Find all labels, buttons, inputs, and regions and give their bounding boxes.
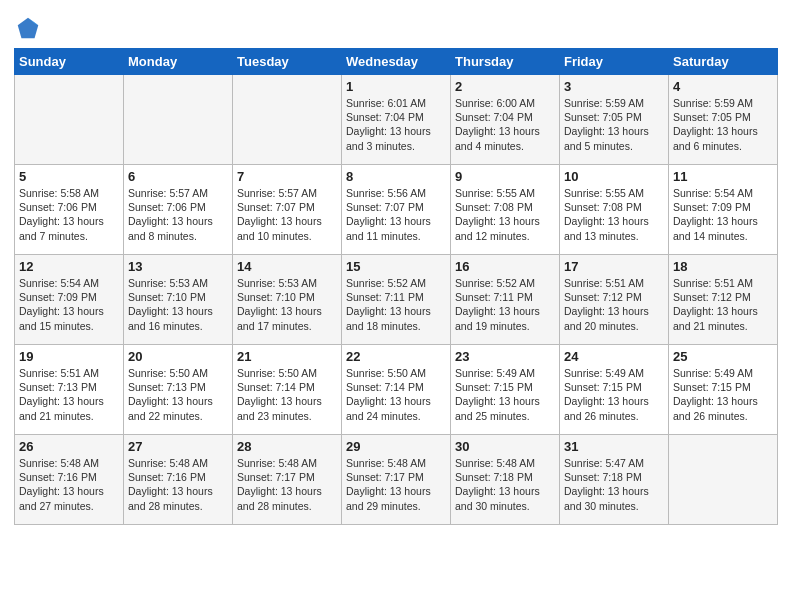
- day-number: 8: [346, 169, 446, 184]
- day-info: Sunrise: 5:51 AM Sunset: 7:12 PM Dayligh…: [564, 276, 664, 333]
- calendar-day-header: Wednesday: [342, 49, 451, 75]
- calendar-day-header: Saturday: [669, 49, 778, 75]
- day-info: Sunrise: 5:50 AM Sunset: 7:14 PM Dayligh…: [237, 366, 337, 423]
- calendar-cell: 17Sunrise: 5:51 AM Sunset: 7:12 PM Dayli…: [560, 255, 669, 345]
- day-number: 18: [673, 259, 773, 274]
- calendar-cell: [233, 75, 342, 165]
- calendar-cell: 13Sunrise: 5:53 AM Sunset: 7:10 PM Dayli…: [124, 255, 233, 345]
- calendar-cell: 15Sunrise: 5:52 AM Sunset: 7:11 PM Dayli…: [342, 255, 451, 345]
- day-number: 30: [455, 439, 555, 454]
- calendar-cell: 12Sunrise: 5:54 AM Sunset: 7:09 PM Dayli…: [15, 255, 124, 345]
- day-number: 11: [673, 169, 773, 184]
- day-number: 4: [673, 79, 773, 94]
- calendar-cell: 4Sunrise: 5:59 AM Sunset: 7:05 PM Daylig…: [669, 75, 778, 165]
- day-number: 31: [564, 439, 664, 454]
- calendar: SundayMondayTuesdayWednesdayThursdayFrid…: [14, 48, 778, 525]
- calendar-cell: 1Sunrise: 6:01 AM Sunset: 7:04 PM Daylig…: [342, 75, 451, 165]
- calendar-cell: 26Sunrise: 5:48 AM Sunset: 7:16 PM Dayli…: [15, 435, 124, 525]
- day-info: Sunrise: 5:51 AM Sunset: 7:12 PM Dayligh…: [673, 276, 773, 333]
- calendar-cell: 9Sunrise: 5:55 AM Sunset: 7:08 PM Daylig…: [451, 165, 560, 255]
- day-number: 3: [564, 79, 664, 94]
- day-info: Sunrise: 5:48 AM Sunset: 7:16 PM Dayligh…: [19, 456, 119, 513]
- day-info: Sunrise: 5:59 AM Sunset: 7:05 PM Dayligh…: [564, 96, 664, 153]
- calendar-cell: 3Sunrise: 5:59 AM Sunset: 7:05 PM Daylig…: [560, 75, 669, 165]
- day-info: Sunrise: 5:54 AM Sunset: 7:09 PM Dayligh…: [673, 186, 773, 243]
- day-number: 13: [128, 259, 228, 274]
- day-info: Sunrise: 5:55 AM Sunset: 7:08 PM Dayligh…: [564, 186, 664, 243]
- calendar-cell: 2Sunrise: 6:00 AM Sunset: 7:04 PM Daylig…: [451, 75, 560, 165]
- day-number: 17: [564, 259, 664, 274]
- calendar-cell: 23Sunrise: 5:49 AM Sunset: 7:15 PM Dayli…: [451, 345, 560, 435]
- day-number: 9: [455, 169, 555, 184]
- day-info: Sunrise: 5:52 AM Sunset: 7:11 PM Dayligh…: [346, 276, 446, 333]
- day-info: Sunrise: 5:57 AM Sunset: 7:06 PM Dayligh…: [128, 186, 228, 243]
- calendar-cell: 14Sunrise: 5:53 AM Sunset: 7:10 PM Dayli…: [233, 255, 342, 345]
- day-info: Sunrise: 5:50 AM Sunset: 7:13 PM Dayligh…: [128, 366, 228, 423]
- calendar-day-header: Sunday: [15, 49, 124, 75]
- day-info: Sunrise: 5:54 AM Sunset: 7:09 PM Dayligh…: [19, 276, 119, 333]
- day-number: 14: [237, 259, 337, 274]
- day-info: Sunrise: 5:52 AM Sunset: 7:11 PM Dayligh…: [455, 276, 555, 333]
- day-number: 6: [128, 169, 228, 184]
- calendar-cell: 7Sunrise: 5:57 AM Sunset: 7:07 PM Daylig…: [233, 165, 342, 255]
- calendar-cell: 16Sunrise: 5:52 AM Sunset: 7:11 PM Dayli…: [451, 255, 560, 345]
- logo: [14, 14, 44, 42]
- calendar-cell: 18Sunrise: 5:51 AM Sunset: 7:12 PM Dayli…: [669, 255, 778, 345]
- calendar-week-row: 12Sunrise: 5:54 AM Sunset: 7:09 PM Dayli…: [15, 255, 778, 345]
- page: SundayMondayTuesdayWednesdayThursdayFrid…: [0, 0, 792, 612]
- day-number: 16: [455, 259, 555, 274]
- day-number: 15: [346, 259, 446, 274]
- header: [14, 10, 778, 42]
- day-info: Sunrise: 5:48 AM Sunset: 7:17 PM Dayligh…: [346, 456, 446, 513]
- day-info: Sunrise: 5:58 AM Sunset: 7:06 PM Dayligh…: [19, 186, 119, 243]
- calendar-week-row: 1Sunrise: 6:01 AM Sunset: 7:04 PM Daylig…: [15, 75, 778, 165]
- day-number: 20: [128, 349, 228, 364]
- day-info: Sunrise: 5:50 AM Sunset: 7:14 PM Dayligh…: [346, 366, 446, 423]
- calendar-cell: 8Sunrise: 5:56 AM Sunset: 7:07 PM Daylig…: [342, 165, 451, 255]
- day-number: 28: [237, 439, 337, 454]
- calendar-cell: 31Sunrise: 5:47 AM Sunset: 7:18 PM Dayli…: [560, 435, 669, 525]
- day-number: 23: [455, 349, 555, 364]
- calendar-cell: 29Sunrise: 5:48 AM Sunset: 7:17 PM Dayli…: [342, 435, 451, 525]
- day-number: 27: [128, 439, 228, 454]
- day-number: 1: [346, 79, 446, 94]
- calendar-cell: 5Sunrise: 5:58 AM Sunset: 7:06 PM Daylig…: [15, 165, 124, 255]
- calendar-cell: 11Sunrise: 5:54 AM Sunset: 7:09 PM Dayli…: [669, 165, 778, 255]
- calendar-day-header: Friday: [560, 49, 669, 75]
- day-info: Sunrise: 5:56 AM Sunset: 7:07 PM Dayligh…: [346, 186, 446, 243]
- day-info: Sunrise: 5:48 AM Sunset: 7:16 PM Dayligh…: [128, 456, 228, 513]
- day-info: Sunrise: 5:59 AM Sunset: 7:05 PM Dayligh…: [673, 96, 773, 153]
- logo-icon: [14, 14, 42, 42]
- day-number: 10: [564, 169, 664, 184]
- calendar-day-header: Thursday: [451, 49, 560, 75]
- calendar-week-row: 26Sunrise: 5:48 AM Sunset: 7:16 PM Dayli…: [15, 435, 778, 525]
- day-number: 24: [564, 349, 664, 364]
- svg-marker-0: [18, 18, 39, 39]
- calendar-cell: 25Sunrise: 5:49 AM Sunset: 7:15 PM Dayli…: [669, 345, 778, 435]
- day-number: 26: [19, 439, 119, 454]
- calendar-cell: 24Sunrise: 5:49 AM Sunset: 7:15 PM Dayli…: [560, 345, 669, 435]
- day-info: Sunrise: 5:48 AM Sunset: 7:18 PM Dayligh…: [455, 456, 555, 513]
- calendar-cell: 10Sunrise: 5:55 AM Sunset: 7:08 PM Dayli…: [560, 165, 669, 255]
- calendar-day-header: Tuesday: [233, 49, 342, 75]
- calendar-week-row: 19Sunrise: 5:51 AM Sunset: 7:13 PM Dayli…: [15, 345, 778, 435]
- day-info: Sunrise: 6:00 AM Sunset: 7:04 PM Dayligh…: [455, 96, 555, 153]
- day-number: 25: [673, 349, 773, 364]
- day-info: Sunrise: 5:51 AM Sunset: 7:13 PM Dayligh…: [19, 366, 119, 423]
- day-number: 22: [346, 349, 446, 364]
- calendar-cell: 22Sunrise: 5:50 AM Sunset: 7:14 PM Dayli…: [342, 345, 451, 435]
- calendar-cell: 28Sunrise: 5:48 AM Sunset: 7:17 PM Dayli…: [233, 435, 342, 525]
- calendar-cell: [669, 435, 778, 525]
- calendar-cell: [124, 75, 233, 165]
- calendar-day-header: Monday: [124, 49, 233, 75]
- day-number: 7: [237, 169, 337, 184]
- calendar-week-row: 5Sunrise: 5:58 AM Sunset: 7:06 PM Daylig…: [15, 165, 778, 255]
- day-info: Sunrise: 6:01 AM Sunset: 7:04 PM Dayligh…: [346, 96, 446, 153]
- day-number: 19: [19, 349, 119, 364]
- calendar-cell: 27Sunrise: 5:48 AM Sunset: 7:16 PM Dayli…: [124, 435, 233, 525]
- calendar-header-row: SundayMondayTuesdayWednesdayThursdayFrid…: [15, 49, 778, 75]
- calendar-cell: [15, 75, 124, 165]
- calendar-cell: 19Sunrise: 5:51 AM Sunset: 7:13 PM Dayli…: [15, 345, 124, 435]
- day-info: Sunrise: 5:55 AM Sunset: 7:08 PM Dayligh…: [455, 186, 555, 243]
- calendar-cell: 21Sunrise: 5:50 AM Sunset: 7:14 PM Dayli…: [233, 345, 342, 435]
